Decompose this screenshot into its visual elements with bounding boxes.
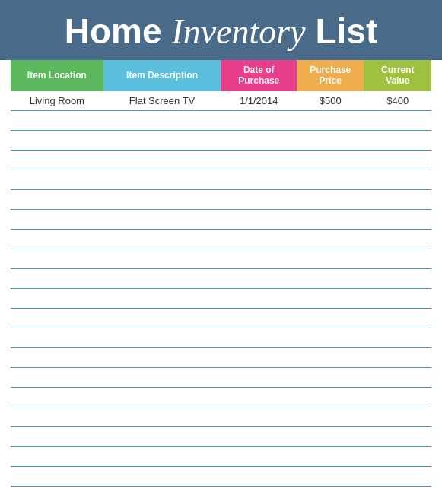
empty-cell: [103, 427, 221, 447]
empty-cell: [103, 487, 221, 504]
empty-cell: [221, 289, 297, 309]
empty-row: [11, 407, 431, 427]
empty-cell: [221, 111, 297, 131]
empty-cell: [297, 210, 364, 230]
empty-row: [11, 230, 431, 249]
empty-cell: [221, 151, 297, 170]
empty-cell: [221, 407, 297, 427]
empty-row: [11, 269, 431, 289]
empty-cell: [364, 388, 431, 407]
empty-cell: [221, 427, 297, 447]
empty-cell: [221, 190, 297, 210]
empty-row: [11, 348, 431, 368]
empty-cell: [11, 309, 103, 328]
empty-cell: [11, 467, 103, 487]
empty-cell: [103, 111, 221, 131]
empty-cell: [297, 427, 364, 447]
empty-cell: [297, 328, 364, 348]
empty-row: [11, 328, 431, 348]
empty-cell: [297, 467, 364, 487]
cell-date: 1/1/2014: [221, 91, 297, 111]
empty-cell: [364, 210, 431, 230]
empty-row: [11, 309, 431, 328]
empty-cell: [103, 151, 221, 170]
empty-cell: [297, 289, 364, 309]
empty-cell: [103, 309, 221, 328]
table-body: Living Room Flat Screen TV 1/1/2014 $500…: [11, 91, 431, 504]
empty-cell: [103, 388, 221, 407]
empty-cell: [103, 289, 221, 309]
empty-cell: [103, 328, 221, 348]
empty-cell: [364, 111, 431, 131]
empty-cell: [297, 407, 364, 427]
empty-row: [11, 210, 431, 230]
empty-cell: [11, 230, 103, 249]
empty-cell: [364, 190, 431, 210]
empty-cell: [103, 131, 221, 151]
empty-row: [11, 190, 431, 210]
empty-cell: [364, 309, 431, 328]
empty-cell: [364, 467, 431, 487]
header-description: Item Description: [103, 60, 221, 91]
empty-cell: [11, 190, 103, 210]
empty-cell: [297, 170, 364, 190]
cell-description: Flat Screen TV: [103, 91, 221, 111]
empty-cell: [364, 447, 431, 467]
empty-cell: [297, 487, 364, 504]
empty-cell: [364, 151, 431, 170]
empty-cell: [103, 170, 221, 190]
empty-row: [11, 487, 431, 504]
page-title: Home Inventory List: [15, 14, 427, 49]
empty-cell: [11, 328, 103, 348]
empty-cell: [297, 249, 364, 269]
empty-cell: [364, 269, 431, 289]
empty-cell: [297, 131, 364, 151]
empty-cell: [364, 427, 431, 447]
empty-cell: [11, 210, 103, 230]
empty-cell: [297, 151, 364, 170]
empty-cell: [11, 170, 103, 190]
empty-cell: [11, 447, 103, 467]
empty-cell: [11, 407, 103, 427]
empty-cell: [221, 487, 297, 504]
empty-cell: [11, 111, 103, 131]
empty-row: [11, 427, 431, 447]
empty-cell: [11, 388, 103, 407]
empty-row: [11, 131, 431, 151]
empty-cell: [11, 131, 103, 151]
empty-cell: [297, 388, 364, 407]
empty-row: [11, 111, 431, 131]
empty-cell: [221, 447, 297, 467]
empty-cell: [103, 249, 221, 269]
empty-cell: [103, 269, 221, 289]
header-price: PurchasePrice: [297, 60, 364, 91]
empty-cell: [221, 269, 297, 289]
empty-cell: [297, 368, 364, 388]
table-row: Living Room Flat Screen TV 1/1/2014 $500…: [11, 91, 431, 111]
table-container: Item Location Item Description Date ofPu…: [0, 60, 442, 504]
cell-value: $400: [364, 91, 431, 111]
empty-cell: [297, 348, 364, 368]
empty-cell: [11, 151, 103, 170]
empty-cell: [103, 368, 221, 388]
empty-row: [11, 388, 431, 407]
empty-cell: [364, 230, 431, 249]
page-container: Home Inventory List Item Location Item D…: [0, 0, 442, 504]
empty-cell: [364, 368, 431, 388]
empty-cell: [364, 328, 431, 348]
empty-row: [11, 467, 431, 487]
empty-cell: [364, 487, 431, 504]
empty-cell: [297, 269, 364, 289]
title-home: Home: [65, 11, 162, 51]
empty-cell: [364, 348, 431, 368]
empty-cell: [221, 230, 297, 249]
empty-cell: [221, 309, 297, 328]
empty-cell: [221, 368, 297, 388]
empty-cell: [221, 170, 297, 190]
empty-row: [11, 170, 431, 190]
empty-cell: [297, 230, 364, 249]
empty-cell: [364, 170, 431, 190]
empty-row: [11, 249, 431, 269]
empty-cell: [364, 131, 431, 151]
column-header-row: Item Location Item Description Date ofPu…: [11, 60, 431, 91]
